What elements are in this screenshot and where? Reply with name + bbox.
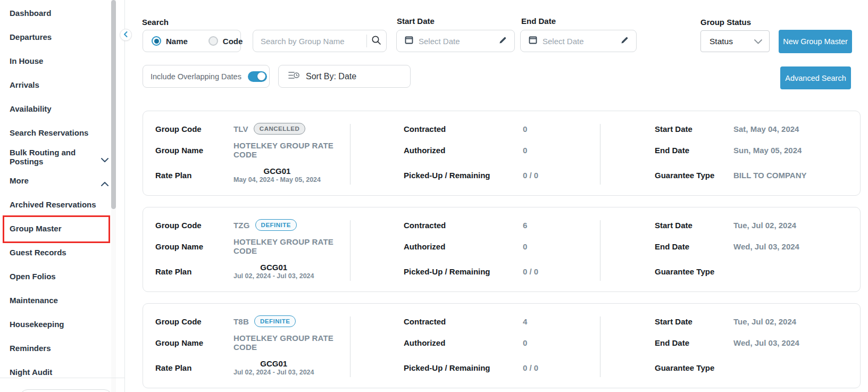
advanced-search-button[interactable]: Advanced Search xyxy=(780,66,851,89)
sidebar-item-dashboard[interactable]: Dashboard xyxy=(0,1,111,25)
edit-icon[interactable] xyxy=(499,36,507,46)
sidebar-item-label: Guest Records xyxy=(10,248,66,257)
toggle-knob xyxy=(257,72,265,80)
end-date-label: End Date xyxy=(521,16,556,26)
sidebar-item-label: Night Audit xyxy=(10,368,52,377)
start-date-value: Tue, Jul 02, 2024 xyxy=(733,221,796,230)
sidebar-collapse-button[interactable] xyxy=(120,29,132,41)
group-card: Group Code TLV CANCELLED Group Name HOTE… xyxy=(143,111,861,196)
sort-by-control[interactable]: Sort By: Date xyxy=(278,65,411,88)
include-overlapping-toggle[interactable] xyxy=(248,71,267,82)
sidebar-item-bulk-routing-and-postings[interactable]: Bulk Routing and Postings xyxy=(0,145,111,169)
sidebar-item-label: Reminders xyxy=(10,344,51,353)
sidebar-item-guest-records[interactable]: Guest Records xyxy=(0,240,111,264)
contracted-label: Contracted xyxy=(404,124,523,134)
sidebar-item-open-folios[interactable]: Open Folios xyxy=(0,264,111,288)
group-card-counts-column: Contracted6 Authorized0 Picked-Up / Rema… xyxy=(350,207,600,291)
group-card-dates-column: Start DateSat, May 04, 2024 End DateSun,… xyxy=(600,111,860,195)
sidebar-item-label: Dashboard xyxy=(10,9,51,18)
chevron-left-icon xyxy=(123,30,129,40)
contracted-value: 0 xyxy=(523,124,527,134)
group-code-link[interactable]: TZG xyxy=(233,221,250,230)
group-card-counts-column: Contracted4 Authorized0 Picked-Up / Rema… xyxy=(350,304,600,388)
rate-plan-code: GCG01 xyxy=(233,166,321,176)
authorized-label: Authorized xyxy=(404,242,523,251)
sidebar-item-search-reservations[interactable]: Search Reservations xyxy=(0,121,111,145)
contracted-value: 4 xyxy=(523,317,527,326)
end-date-label: End Date xyxy=(655,338,733,347)
guarantee-type-label: Guarantee Type xyxy=(655,171,733,180)
sidebar-item-label: Archived Reservations xyxy=(10,200,96,209)
sidebar-item-maintenance[interactable]: Maintenance xyxy=(0,288,111,312)
group-card-identity-column: Group Code TZG DEFINITE Group Name HOTEL… xyxy=(143,207,350,291)
contracted-value: 6 xyxy=(523,221,527,230)
sort-by-date-icon xyxy=(288,71,299,82)
edit-icon[interactable] xyxy=(621,36,629,46)
rate-plan-dates: May 04, 2024 - May 05, 2024 xyxy=(233,176,321,184)
start-date-label: Start Date xyxy=(397,16,435,26)
end-date-label: End Date xyxy=(655,146,733,155)
group-code-link[interactable]: T8B xyxy=(233,317,249,326)
sidebar-item-label: Arrivals xyxy=(10,80,39,89)
group-name-link[interactable]: HOTELKEY GROUP RATE CODE xyxy=(233,141,350,159)
authorized-value: 0 xyxy=(523,146,527,155)
authorized-label: Authorized xyxy=(404,338,523,347)
start-date-field[interactable]: Select Date xyxy=(396,30,515,52)
sidebar-item-departures[interactable]: Departures xyxy=(0,25,111,49)
contracted-label: Contracted xyxy=(404,317,523,326)
status-badge: CANCELLED xyxy=(254,123,305,135)
sidebar-item-label: Search Reservations xyxy=(10,128,88,137)
group-card-identity-column: Group Code TLV CANCELLED Group Name HOTE… xyxy=(143,111,350,195)
sidebar-item-housekeeping[interactable]: Housekeeping xyxy=(0,312,111,336)
group-card-dates-column: Start DateTue, Jul 02, 2024 End DateWed,… xyxy=(600,207,860,291)
sidebar-item-night-audit[interactable]: Night Audit xyxy=(0,360,111,384)
status-badge: DEFINITE xyxy=(254,315,296,327)
sidebar-item-in-house[interactable]: In House xyxy=(0,49,111,73)
radio-code-label: Code xyxy=(223,37,243,46)
radio-unselected-icon xyxy=(208,36,218,46)
group-status-select[interactable]: Status xyxy=(700,30,770,52)
rate-plan-code: GCG01 xyxy=(233,263,314,272)
end-date-field[interactable]: Select Date xyxy=(520,30,637,52)
guarantee-type-label: Guarantee Type xyxy=(655,363,733,372)
sidebar-item-arrivals[interactable]: Arrivals xyxy=(0,73,111,97)
sidebar-item-group-master[interactable]: Group Master xyxy=(0,216,111,240)
radio-option-code[interactable]: Code xyxy=(208,36,243,46)
search-input[interactable] xyxy=(253,37,366,46)
sidebar-item-label: Maintenance xyxy=(10,296,58,305)
rate-plan-label: Rate Plan xyxy=(155,267,233,276)
start-date-label: Start Date xyxy=(655,317,733,326)
sidebar-item-label: Housekeeping xyxy=(10,320,64,329)
group-name-link[interactable]: HOTELKEY GROUP RATE CODE xyxy=(233,237,350,255)
rate-plan-code: GCG01 xyxy=(233,359,314,368)
search-button[interactable] xyxy=(367,30,386,52)
sidebar-item-label: In House xyxy=(10,56,43,65)
sidebar-item-availability[interactable]: Availability xyxy=(0,97,111,121)
contracted-label: Contracted xyxy=(404,221,523,230)
end-date-value: Wed, Jul 03, 2024 xyxy=(733,338,799,347)
rate-plan-label: Rate Plan xyxy=(155,171,233,180)
group-code-link[interactable]: TLV xyxy=(233,124,248,134)
rate-plan-label: Rate Plan xyxy=(155,363,233,372)
radio-option-name[interactable]: Name xyxy=(152,36,188,46)
sidebar-item-archived-reservations[interactable]: Archived Reservations xyxy=(0,193,111,216)
sidebar-item-reminders[interactable]: Reminders xyxy=(0,336,111,360)
sidebar-item-label: Availability xyxy=(10,104,52,113)
group-search-box xyxy=(253,30,387,52)
group-card-counts-column: Contracted0 Authorized0 Picked-Up / Rema… xyxy=(350,111,600,195)
sidebar-item-label: More xyxy=(10,176,29,185)
new-group-master-button[interactable]: New Group Master xyxy=(779,30,852,53)
status-select-value: Status xyxy=(710,37,733,46)
sidebar-bottom-pill[interactable] xyxy=(20,389,112,392)
calendar-icon xyxy=(529,36,537,46)
sidebar-scrollbar-track xyxy=(111,0,116,392)
group-name-link[interactable]: HOTELKEY GROUP RATE CODE xyxy=(233,333,350,352)
end-date-value: Wed, Jul 03, 2024 xyxy=(733,242,799,251)
group-code-label: Group Code xyxy=(155,124,233,134)
sort-by-label: Sort By: Date xyxy=(306,72,356,81)
sidebar-scrollbar-thumb[interactable] xyxy=(111,0,116,209)
picked-up-remaining-label: Picked-Up / Remaining xyxy=(404,363,523,372)
rate-plan-dates: Jul 02, 2024 - Jul 03, 2024 xyxy=(233,369,314,376)
sidebar-item-more[interactable]: More xyxy=(0,169,111,193)
picked-up-remaining-label: Picked-Up / Remaining xyxy=(404,171,523,180)
